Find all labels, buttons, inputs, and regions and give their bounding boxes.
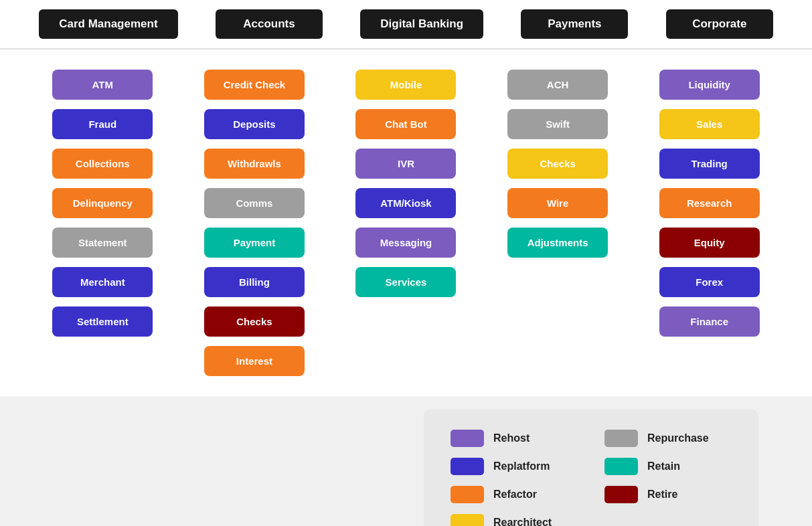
item-research[interactable]: Research (659, 188, 760, 218)
item-chat-bot[interactable]: Chat Bot (355, 109, 456, 139)
item-deposits[interactable]: Deposits (204, 109, 305, 139)
legend-swatch-rearchitect (451, 514, 484, 526)
column-payments: ACH Swift Checks Wire Adjustments (482, 70, 634, 376)
legend-label-retire: Retire (647, 489, 677, 501)
header-btn-corporate[interactable]: Corporate (666, 9, 773, 39)
item-payment[interactable]: Payment (204, 228, 305, 258)
item-withdrawls[interactable]: Withdrawls (204, 149, 305, 179)
item-atm[interactable]: ATM (52, 70, 153, 100)
legend-label-repurchase: Repurchase (647, 432, 709, 444)
main-content: ATM Fraud Collections Delinquency Statem… (0, 50, 812, 396)
item-settlement[interactable]: Settlement (52, 306, 153, 337)
item-services[interactable]: Services (355, 267, 456, 297)
item-credit-check[interactable]: Credit Check (204, 70, 305, 100)
legend-item-repurchase: Repurchase (604, 430, 732, 447)
item-liquidity[interactable]: Liquidity (659, 70, 760, 100)
legend-swatch-repurchase (604, 430, 638, 447)
item-delinquency[interactable]: Delinquency (52, 188, 153, 218)
legend-area: Rehost Repurchase Replatform Retain Refa… (424, 410, 758, 526)
legend-label-replatform: Replatform (493, 460, 550, 472)
legend-swatch-retire (604, 486, 638, 503)
item-checks-payments[interactable]: Checks (507, 149, 608, 179)
header-btn-digital-banking[interactable]: Digital Banking (360, 9, 483, 39)
item-interest[interactable]: Interest (204, 346, 305, 376)
item-adjustments[interactable]: Adjustments (507, 228, 608, 258)
item-messaging[interactable]: Messaging (355, 228, 456, 258)
item-billing[interactable]: Billing (204, 267, 305, 297)
column-digital-banking: Mobile Chat Bot IVR ATM/Kiosk Messaging … (330, 70, 482, 376)
legend-swatch-retain (604, 458, 638, 475)
header-btn-payments[interactable]: Payments (521, 9, 628, 39)
legend-item-rehost: Rehost (451, 430, 578, 447)
item-collections[interactable]: Collections (52, 149, 153, 179)
item-forex[interactable]: Forex (659, 267, 760, 297)
item-ach[interactable]: ACH (507, 70, 608, 100)
item-merchant[interactable]: Merchant (52, 267, 153, 297)
column-accounts: Credit Check Deposits Withdrawls Comms P… (179, 70, 331, 376)
legend-item-refactor: Refactor (451, 486, 578, 503)
legend-swatch-refactor (451, 486, 484, 503)
item-mobile[interactable]: Mobile (355, 70, 456, 100)
column-corporate: Liquidity Sales Trading Research Equity … (633, 70, 785, 376)
header-bar: Card Management Accounts Digital Banking… (0, 0, 812, 50)
item-comms[interactable]: Comms (204, 188, 305, 218)
legend-label-rearchitect: Rearchitect (493, 517, 552, 526)
header-btn-accounts[interactable]: Accounts (216, 9, 323, 39)
bottom-section: Rehost Repurchase Replatform Retain Refa… (0, 396, 812, 526)
item-atm-kiosk[interactable]: ATM/Kiosk (355, 188, 456, 218)
column-card-management: ATM Fraud Collections Delinquency Statem… (27, 70, 179, 376)
item-swift[interactable]: Swift (507, 109, 608, 139)
legend-label-retain: Retain (647, 460, 680, 472)
header-btn-card-management[interactable]: Card Management (39, 9, 177, 39)
item-checks-accounts[interactable]: Checks (204, 306, 305, 337)
legend-item-replatform: Replatform (451, 458, 578, 475)
legend-item-retain: Retain (604, 458, 732, 475)
item-finance[interactable]: Finance (659, 306, 760, 337)
item-equity[interactable]: Equity (659, 228, 760, 258)
legend-label-rehost: Rehost (493, 432, 530, 444)
item-sales[interactable]: Sales (659, 109, 760, 139)
legend-label-refactor: Refactor (493, 489, 537, 501)
legend-swatch-rehost (451, 430, 484, 447)
legend-item-retire: Retire (604, 486, 732, 503)
legend-swatch-replatform (451, 458, 484, 475)
legend-item-rearchitect: Rearchitect (451, 514, 578, 526)
item-statement[interactable]: Statement (52, 228, 153, 258)
item-trading[interactable]: Trading (659, 149, 760, 179)
item-wire[interactable]: Wire (507, 188, 608, 218)
item-ivr[interactable]: IVR (355, 149, 456, 179)
item-fraud[interactable]: Fraud (52, 109, 153, 139)
